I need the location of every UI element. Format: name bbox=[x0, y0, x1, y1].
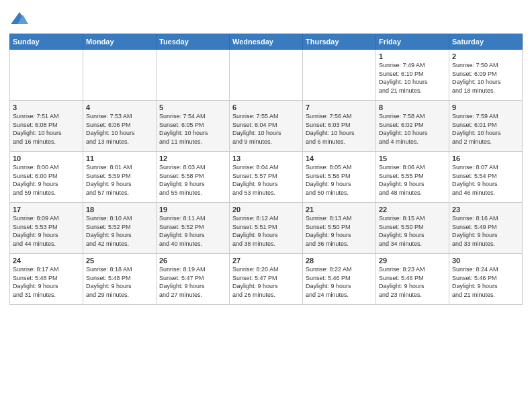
day-info: Sunrise: 8:05 AM Sunset: 5:56 PM Dayligh… bbox=[306, 163, 373, 197]
day-info: Sunrise: 7:59 AM Sunset: 6:01 PM Dayligh… bbox=[452, 112, 519, 146]
calendar-cell: 22Sunrise: 8:15 AM Sunset: 5:50 PM Dayli… bbox=[376, 203, 449, 254]
day-info: Sunrise: 8:11 AM Sunset: 5:52 PM Dayligh… bbox=[159, 214, 226, 248]
day-info: Sunrise: 8:09 AM Sunset: 5:53 PM Dayligh… bbox=[13, 214, 80, 248]
calendar-cell bbox=[157, 50, 230, 101]
calendar-cell: 25Sunrise: 8:18 AM Sunset: 5:48 PM Dayli… bbox=[83, 254, 157, 305]
day-number: 22 bbox=[379, 205, 446, 214]
calendar-cell: 20Sunrise: 8:12 AM Sunset: 5:51 PM Dayli… bbox=[230, 203, 303, 254]
weekday-header-row: SundayMondayTuesdayWednesdayThursdayFrid… bbox=[10, 34, 523, 50]
calendar-cell: 9Sunrise: 7:59 AM Sunset: 6:01 PM Daylig… bbox=[449, 101, 523, 152]
day-number: 9 bbox=[452, 103, 519, 111]
calendar-cell: 8Sunrise: 7:58 AM Sunset: 6:02 PM Daylig… bbox=[376, 101, 449, 152]
day-info: Sunrise: 7:49 AM Sunset: 6:10 PM Dayligh… bbox=[379, 61, 446, 95]
calendar-cell: 2Sunrise: 7:50 AM Sunset: 6:09 PM Daylig… bbox=[449, 50, 523, 101]
week-row-0: 1Sunrise: 7:49 AM Sunset: 6:10 PM Daylig… bbox=[10, 50, 523, 101]
day-info: Sunrise: 8:24 AM Sunset: 5:46 PM Dayligh… bbox=[452, 265, 519, 299]
day-number: 28 bbox=[306, 257, 373, 265]
weekday-header-tuesday: Tuesday bbox=[157, 34, 230, 50]
weekday-header-monday: Monday bbox=[83, 34, 157, 50]
calendar-cell: 14Sunrise: 8:05 AM Sunset: 5:56 PM Dayli… bbox=[303, 152, 376, 203]
weekday-header-thursday: Thursday bbox=[303, 34, 376, 50]
day-number: 16 bbox=[452, 154, 519, 163]
calendar-cell bbox=[10, 50, 83, 101]
day-number: 2 bbox=[452, 52, 519, 60]
calendar-cell: 29Sunrise: 8:23 AM Sunset: 5:46 PM Dayli… bbox=[376, 254, 449, 305]
day-info: Sunrise: 8:01 AM Sunset: 5:59 PM Dayligh… bbox=[86, 163, 153, 197]
calendar-table: SundayMondayTuesdayWednesdayThursdayFrid… bbox=[9, 34, 523, 305]
calendar-cell: 23Sunrise: 8:16 AM Sunset: 5:49 PM Dayli… bbox=[449, 203, 523, 254]
calendar-body: 1Sunrise: 7:49 AM Sunset: 6:10 PM Daylig… bbox=[10, 50, 523, 305]
weekday-header-friday: Friday bbox=[376, 34, 449, 50]
day-number: 24 bbox=[13, 257, 80, 265]
day-info: Sunrise: 8:18 AM Sunset: 5:48 PM Dayligh… bbox=[86, 265, 153, 299]
day-info: Sunrise: 8:13 AM Sunset: 5:50 PM Dayligh… bbox=[306, 214, 373, 248]
day-number: 25 bbox=[86, 257, 153, 265]
day-info: Sunrise: 7:55 AM Sunset: 6:04 PM Dayligh… bbox=[232, 112, 300, 146]
day-number: 4 bbox=[86, 103, 153, 111]
day-number: 29 bbox=[379, 257, 446, 265]
header-row bbox=[9, 7, 523, 30]
day-info: Sunrise: 8:15 AM Sunset: 5:50 PM Dayligh… bbox=[379, 214, 446, 248]
calendar-cell: 5Sunrise: 7:54 AM Sunset: 6:05 PM Daylig… bbox=[157, 101, 230, 152]
calendar-cell bbox=[303, 50, 376, 101]
week-row-2: 10Sunrise: 8:00 AM Sunset: 6:00 PM Dayli… bbox=[10, 152, 523, 203]
day-number: 17 bbox=[13, 205, 80, 214]
calendar-cell: 6Sunrise: 7:55 AM Sunset: 6:04 PM Daylig… bbox=[230, 101, 303, 152]
day-info: Sunrise: 8:23 AM Sunset: 5:46 PM Dayligh… bbox=[379, 265, 446, 299]
day-number: 13 bbox=[232, 154, 300, 163]
week-row-1: 3Sunrise: 7:51 AM Sunset: 6:08 PM Daylig… bbox=[10, 101, 523, 152]
week-row-3: 17Sunrise: 8:09 AM Sunset: 5:53 PM Dayli… bbox=[10, 203, 523, 254]
day-number: 19 bbox=[159, 205, 226, 214]
day-info: Sunrise: 7:54 AM Sunset: 6:05 PM Dayligh… bbox=[159, 112, 226, 146]
weekday-header-sunday: Sunday bbox=[10, 34, 83, 50]
day-info: Sunrise: 8:10 AM Sunset: 5:52 PM Dayligh… bbox=[86, 214, 153, 248]
day-number: 8 bbox=[379, 103, 446, 111]
day-number: 11 bbox=[86, 154, 153, 163]
day-number: 5 bbox=[159, 103, 226, 111]
day-number: 23 bbox=[452, 205, 519, 214]
calendar-cell: 12Sunrise: 8:03 AM Sunset: 5:58 PM Dayli… bbox=[157, 152, 230, 203]
weekday-header-saturday: Saturday bbox=[449, 34, 523, 50]
calendar-cell: 30Sunrise: 8:24 AM Sunset: 5:46 PM Dayli… bbox=[449, 254, 523, 305]
calendar-container: SundayMondayTuesdayWednesdayThursdayFrid… bbox=[0, 0, 532, 310]
calendar-cell: 26Sunrise: 8:19 AM Sunset: 5:47 PM Dayli… bbox=[157, 254, 230, 305]
day-info: Sunrise: 7:50 AM Sunset: 6:09 PM Dayligh… bbox=[452, 61, 519, 95]
calendar-cell: 16Sunrise: 8:07 AM Sunset: 5:54 PM Dayli… bbox=[449, 152, 523, 203]
day-number: 12 bbox=[159, 154, 226, 163]
day-info: Sunrise: 7:51 AM Sunset: 6:08 PM Dayligh… bbox=[13, 112, 80, 146]
calendar-cell: 19Sunrise: 8:11 AM Sunset: 5:52 PM Dayli… bbox=[157, 203, 230, 254]
calendar-cell: 10Sunrise: 8:00 AM Sunset: 6:00 PM Dayli… bbox=[10, 152, 83, 203]
calendar-cell: 13Sunrise: 8:04 AM Sunset: 5:57 PM Dayli… bbox=[230, 152, 303, 203]
day-number: 18 bbox=[86, 205, 153, 214]
day-number: 14 bbox=[306, 154, 373, 163]
day-info: Sunrise: 8:07 AM Sunset: 5:54 PM Dayligh… bbox=[452, 163, 519, 197]
day-number: 21 bbox=[306, 205, 373, 214]
day-number: 30 bbox=[452, 257, 519, 265]
calendar-cell: 1Sunrise: 7:49 AM Sunset: 6:10 PM Daylig… bbox=[376, 50, 449, 101]
day-info: Sunrise: 8:17 AM Sunset: 5:48 PM Dayligh… bbox=[13, 265, 80, 299]
day-number: 1 bbox=[379, 52, 446, 60]
day-number: 26 bbox=[159, 257, 226, 265]
day-number: 20 bbox=[232, 205, 300, 214]
calendar-cell: 11Sunrise: 8:01 AM Sunset: 5:59 PM Dayli… bbox=[83, 152, 157, 203]
logo bbox=[9, 9, 32, 30]
day-info: Sunrise: 8:16 AM Sunset: 5:49 PM Dayligh… bbox=[452, 214, 519, 248]
day-info: Sunrise: 8:04 AM Sunset: 5:57 PM Dayligh… bbox=[232, 163, 300, 197]
day-info: Sunrise: 8:03 AM Sunset: 5:58 PM Dayligh… bbox=[159, 163, 226, 197]
day-info: Sunrise: 7:58 AM Sunset: 6:02 PM Dayligh… bbox=[379, 112, 446, 146]
calendar-cell: 21Sunrise: 8:13 AM Sunset: 5:50 PM Dayli… bbox=[303, 203, 376, 254]
day-info: Sunrise: 8:06 AM Sunset: 5:55 PM Dayligh… bbox=[379, 163, 446, 197]
calendar-header: SundayMondayTuesdayWednesdayThursdayFrid… bbox=[10, 34, 523, 50]
day-number: 3 bbox=[13, 103, 80, 111]
day-number: 10 bbox=[13, 154, 80, 163]
day-info: Sunrise: 8:12 AM Sunset: 5:51 PM Dayligh… bbox=[232, 214, 300, 248]
calendar-cell bbox=[83, 50, 157, 101]
day-number: 6 bbox=[232, 103, 300, 111]
day-info: Sunrise: 8:19 AM Sunset: 5:47 PM Dayligh… bbox=[159, 265, 226, 299]
calendar-cell: 17Sunrise: 8:09 AM Sunset: 5:53 PM Dayli… bbox=[10, 203, 83, 254]
day-number: 15 bbox=[379, 154, 446, 163]
weekday-header-wednesday: Wednesday bbox=[230, 34, 303, 50]
calendar-cell: 7Sunrise: 7:56 AM Sunset: 6:03 PM Daylig… bbox=[303, 101, 376, 152]
day-info: Sunrise: 7:53 AM Sunset: 6:06 PM Dayligh… bbox=[86, 112, 153, 146]
calendar-cell: 18Sunrise: 8:10 AM Sunset: 5:52 PM Dayli… bbox=[83, 203, 157, 254]
